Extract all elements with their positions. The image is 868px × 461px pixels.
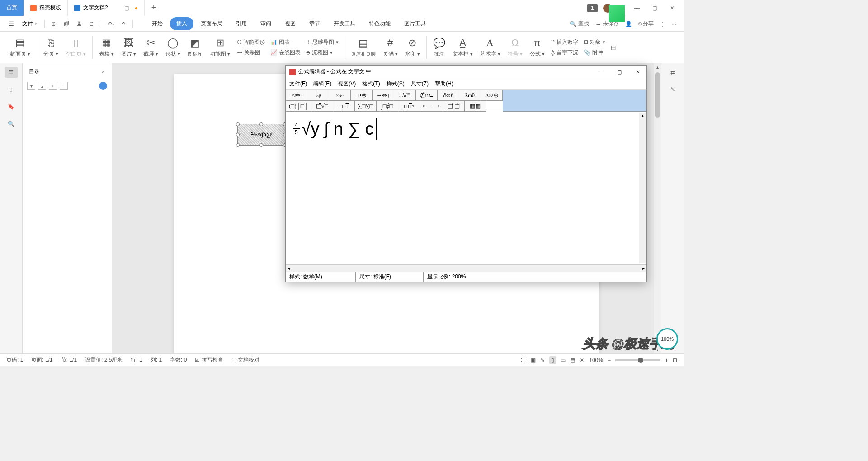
tab-screen-icon[interactable]: ▢ — [124, 5, 129, 11]
rtab-layout[interactable]: 页面布局 — [194, 17, 229, 30]
eqm-view[interactable]: 视图(V) — [338, 80, 356, 88]
handle-n[interactable] — [259, 122, 263, 126]
scrollbar-thumb[interactable] — [655, 72, 660, 118]
sb-zoom-value[interactable]: 100% — [589, 357, 603, 363]
print-preview-icon[interactable]: 🗋 — [86, 19, 97, 29]
sync-icon[interactable]: 👤 — [625, 21, 632, 27]
btn-equation[interactable]: π公式 ▾ — [526, 37, 548, 58]
eqwin-hscroll[interactable]: ◂ ▸ — [286, 264, 646, 272]
undo-icon[interactable]: ↶▾ — [105, 19, 117, 29]
btn-relation[interactable]: ⊶关系图 — [234, 48, 268, 57]
sb-fit-icon[interactable]: ⊡ — [673, 357, 677, 363]
eqm-style[interactable]: 样式(S) — [387, 80, 405, 88]
eqtb-arrows[interactable]: →⇔↓ — [373, 90, 394, 101]
eqtb-longarrow[interactable]: ⟵⟶ — [420, 101, 443, 112]
btn-iconlib[interactable]: ◩图标库 — [184, 37, 206, 57]
outline-collapse[interactable]: ▴ — [38, 82, 46, 90]
rail-settings[interactable]: ⇄ — [666, 67, 679, 78]
outline-sync-icon[interactable] — [99, 82, 107, 90]
minimize-button[interactable]: — — [631, 3, 643, 13]
notification-badge[interactable]: 1 — [587, 4, 598, 12]
btn-pagenum[interactable]: #页码 ▾ — [379, 37, 401, 58]
handle-sw[interactable] — [236, 143, 240, 147]
btn-symbol[interactable]: Ω符号 ▾ — [504, 37, 526, 58]
sb-setval[interactable]: 设置值: 2.5厘米 — [85, 356, 123, 364]
eqm-help[interactable]: 帮助(H) — [435, 80, 453, 88]
sb-chars[interactable]: 字数: 0 — [170, 356, 187, 364]
sb-fullscreen-icon[interactable]: ⛶ — [521, 357, 526, 363]
close-button[interactable]: ✕ — [666, 3, 678, 13]
eqm-size[interactable]: 尺寸(Z) — [411, 80, 429, 88]
rail-search[interactable]: 🔍 — [5, 118, 18, 129]
sb-pages[interactable]: 页面: 1/1 — [31, 356, 52, 364]
eqtb-logic[interactable]: ∴∀∃ — [394, 90, 416, 101]
eqtb-relations[interactable]: ≤≠≈ — [286, 90, 307, 101]
btn-wordart[interactable]: 𝐀艺术字 ▾ — [476, 37, 504, 58]
btn-mindmap[interactable]: ⊹思维导图 ▾ — [303, 38, 341, 47]
rtab-view[interactable]: 视图 — [278, 17, 302, 30]
eqm-edit[interactable]: 编辑(E) — [313, 80, 331, 88]
eqm-file[interactable]: 文件(F) — [289, 80, 307, 88]
btn-object[interactable]: ⊡对象 ▾ — [581, 38, 608, 47]
btn-textbox[interactable]: A̲文本框 ▾ — [449, 37, 476, 58]
redo-icon[interactable]: ↷ — [119, 19, 129, 29]
btn-shape[interactable]: ◯形状 ▾ — [162, 37, 184, 58]
eqtb-integral[interactable]: ∫□∮□ — [377, 101, 398, 112]
sb-readmode-icon[interactable]: ▣ — [531, 357, 536, 363]
file-menu[interactable]: 文件▾ — [19, 18, 41, 29]
print-icon[interactable]: 🖶 — [74, 19, 85, 29]
btn-screenshot[interactable]: ✂截屏 ▾ — [140, 37, 162, 58]
search-button[interactable]: 🔍查找 — [570, 20, 589, 28]
vertical-scrollbar[interactable]: ▴ ▾ ▪ ▪ — [654, 63, 661, 353]
rtab-start[interactable]: 开始 — [146, 17, 169, 30]
btn-smartart[interactable]: ⊞功能图 ▾ — [206, 37, 234, 58]
btn-pagebreak[interactable]: ⎘分页 ▾ — [40, 37, 62, 58]
eqtb-operators[interactable]: ×÷· — [329, 90, 351, 101]
more-icon[interactable]: ⋮ — [660, 21, 665, 27]
eq-scroll-up-icon[interactable]: ▴ — [639, 113, 646, 118]
eqtb-subscript[interactable]: ⁱₐᵦ — [307, 90, 329, 101]
outline-remove[interactable]: − — [60, 82, 68, 90]
sb-col[interactable]: 列: 1 — [151, 356, 162, 364]
zoom-slider[interactable] — [615, 359, 660, 361]
save-icon[interactable]: 🗎 — [48, 19, 59, 29]
sb-page[interactable]: 页码: 1 — [6, 356, 23, 364]
tab-home[interactable]: 首页 — [0, 0, 24, 16]
sb-printlayout-icon[interactable]: ▯ — [549, 356, 556, 364]
eqtb-sets[interactable]: ∉∩⊂ — [416, 90, 438, 101]
rtab-review[interactable]: 审阅 — [254, 17, 278, 30]
eqwin-canvas[interactable]: 4 5 √y ∫ n ∑ c ▴ — [286, 112, 646, 264]
btn-blank[interactable]: ▯空白页 ▾ — [62, 37, 90, 58]
tab-document[interactable]: 文字文稿2▢● — [68, 0, 145, 16]
eqtb-underbar[interactable]: ▫̲▫̅▫ — [398, 101, 420, 112]
handle-s[interactable] — [259, 143, 263, 147]
btn-onlinechart[interactable]: 📈在线图表 — [268, 48, 303, 57]
eqwin-maximize[interactable]: ▢ — [614, 68, 625, 76]
handle-nw[interactable] — [236, 122, 240, 126]
rtab-developer[interactable]: 开发工具 — [327, 17, 362, 30]
eqtb-pm[interactable]: ±•⊗ — [351, 90, 373, 101]
sb-edit-icon[interactable]: ✎ — [540, 357, 545, 363]
rail-outline[interactable]: ☰ — [5, 67, 18, 78]
tab-templates[interactable]: 稻壳模板 — [24, 0, 68, 16]
eqtb-greek-uc[interactable]: ΛΩ⊕ — [481, 90, 503, 101]
rtab-insert[interactable]: 插入 — [170, 17, 193, 30]
rail-pages[interactable]: ▯ — [5, 84, 18, 95]
rtab-special[interactable]: 特色功能 — [363, 17, 397, 30]
btn-attachment[interactable]: 📎附件 — [581, 48, 608, 57]
outline-add[interactable]: + — [49, 82, 57, 90]
btn-flowchart[interactable]: ⬘流程图 ▾ — [303, 48, 341, 57]
btn-watermark[interactable]: ⊘水印 ▾ — [401, 37, 424, 58]
btn-picture[interactable]: 🖼图片 ▾ — [118, 37, 140, 58]
rail-pen[interactable]: ✎ — [666, 84, 679, 95]
zoom-out[interactable]: − — [608, 357, 611, 363]
eq-scroll-left-icon[interactable]: ◂ — [286, 266, 292, 271]
eqm-format[interactable]: 格式(T) — [362, 80, 380, 88]
collapse-ribbon-icon[interactable]: ︿ — [672, 20, 677, 28]
eqtb-calculus[interactable]: ∂∞ℓ — [438, 90, 459, 101]
sb-line[interactable]: 行: 1 — [131, 356, 142, 364]
sb-night-icon[interactable]: ☀ — [580, 357, 585, 363]
sb-section[interactable]: 节: 1/1 — [61, 356, 77, 364]
sb-docproof[interactable]: ▢ 文档校对 — [231, 356, 259, 364]
rail-bookmark[interactable]: 🔖 — [5, 101, 18, 112]
